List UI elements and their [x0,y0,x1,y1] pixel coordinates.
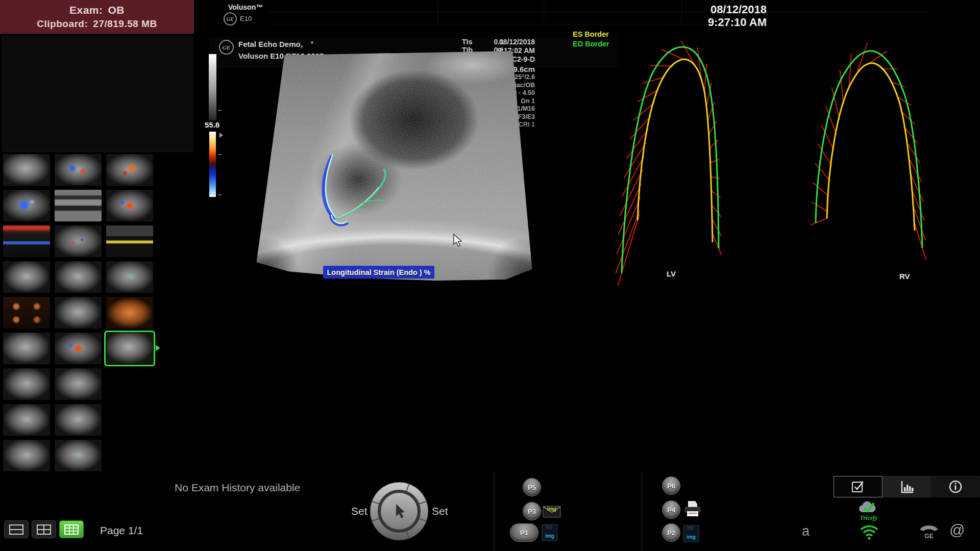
p5-button[interactable]: P5 [523,478,541,496]
exam-value: OB [108,4,125,16]
thumbnail[interactable] [55,404,102,436]
checkbox-edit-icon [851,480,865,493]
set-left-label: Set [351,505,368,517]
panel-divider [641,472,642,551]
quad-view-icon [37,524,51,535]
trackball-control[interactable] [369,481,430,542]
colorbar-tick [218,110,222,111]
strain-trace-overlay [255,51,533,281]
voluson-ultrasound-screen: { "colors": { "exam_header_bg": "#5a1c25… [0,0,980,551]
svg-text:GE: GE [924,533,933,540]
mouse-cursor-icon [453,234,462,247]
rv-label: RV [899,272,910,281]
thumbnail[interactable] [3,190,50,221]
at-connectivity-indicator: @ [949,521,965,539]
thumbnail[interactable] [55,261,102,293]
save-image-floppy-icon: img [682,524,700,543]
tricefy-label: Tricefy [850,514,887,522]
es-border-legend: ES Border [573,30,609,39]
thumbnail-gallery [3,154,193,475]
layout-split-button[interactable] [4,520,29,538]
page-indicator: Page 1/1 [100,524,143,537]
worksheet-chart-button[interactable] [883,476,930,497]
patient-asterisk: * [311,40,313,47]
colorbar-tick [218,194,222,195]
clipboard-label: Clipboard: [37,18,88,29]
clipboard-line: Clipboard:27/819.58 MB [37,18,157,30]
model-label: E10 [240,15,252,22]
clipboard-preview-area [2,36,193,152]
menu-divider [269,12,930,12]
p6-button[interactable]: P6 [662,477,680,495]
svg-text:img: img [547,506,556,512]
thumbnail[interactable] [106,226,153,257]
menu-divider [437,0,438,24]
grid-view-icon [64,524,79,535]
border-legend: ES Border ED Border [573,30,609,49]
thumbnail[interactable] [3,440,50,471]
colorbar-marker-icon [219,133,223,138]
selected-thumbnail-arrow-icon [156,345,160,351]
patient-name-text: Fetal Echo Demo, [238,40,303,48]
thumbnail[interactable] [106,190,153,221]
lv-strain-diagram: LV [607,41,735,286]
split-view-icon [9,524,23,535]
p3-button[interactable]: P3 [523,502,541,520]
exam-label: Exam: [69,4,103,16]
send-image-envelope-icon: img [542,503,561,518]
thumbnail[interactable] [3,226,50,257]
thumbnail[interactable] [3,333,50,364]
thumbnail[interactable] [106,297,153,329]
thumbnail[interactable] [106,154,153,186]
p2-button[interactable]: P2 [662,523,680,542]
bar-chart-icon [900,480,914,493]
system-time: 9:27:10 AM [679,16,767,29]
thumbnail[interactable] [55,440,102,471]
system-date: 08/12/2018 [679,3,767,16]
ed-border-legend: ED Border [573,39,609,49]
thumbnail[interactable] [3,154,50,186]
ambient-indicator: a [802,523,810,539]
thumbnail[interactable] [3,368,50,400]
thumbnail[interactable] [55,333,102,364]
panel-divider [494,472,495,551]
lv-label: LV [667,269,676,278]
acq-date: 08/12/2018 [439,38,535,46]
system-datetime: 08/12/2018 9:27:10 AM [679,3,767,29]
thumbnail[interactable] [106,261,153,293]
svg-text:img: img [545,533,554,539]
thumbnail[interactable] [3,261,50,293]
thumbnail[interactable] [55,226,102,257]
exam-history-message: No Exam History available [175,482,300,494]
gain-value: 55.8 [205,120,219,129]
rv-es-contour [816,51,922,248]
thumbnail[interactable] [55,297,102,329]
strain-colorbar [209,132,216,197]
print-icon [683,500,702,518]
rv-strain-diagram: RV [806,41,939,286]
thumbnail[interactable] [3,404,50,436]
p4-button[interactable]: P4 [662,500,680,519]
info-button[interactable] [931,476,979,497]
patient-name: Fetal Echo Demo,* [238,40,313,48]
thumbnail-selected[interactable] [106,333,153,364]
strain-mode-label: Longitudinal Strain (Endo ) % [323,266,434,279]
layout-grid-button-active[interactable] [59,520,84,538]
menu-divider [544,0,544,24]
layout-quad-button[interactable] [32,520,56,538]
info-icon [949,480,962,493]
exam-line: Exam:OB [69,4,125,16]
thumbnail[interactable] [55,190,102,221]
p1-button[interactable]: P1 [510,523,538,542]
tricefy-cloud-icon [857,501,881,515]
lv-ed-contour [638,59,713,242]
svg-text:img: img [687,534,696,540]
thumbnail[interactable] [55,368,102,400]
thumbnail[interactable] [55,154,102,186]
save-image-floppy-icon: img [541,523,558,542]
report-edit-button[interactable] [834,476,883,497]
thumbnail[interactable] [3,297,50,329]
lv-es-contour [622,47,719,273]
colorbar-tick [218,154,222,155]
exam-header: Exam:OB Clipboard:27/819.58 MB [0,0,194,34]
